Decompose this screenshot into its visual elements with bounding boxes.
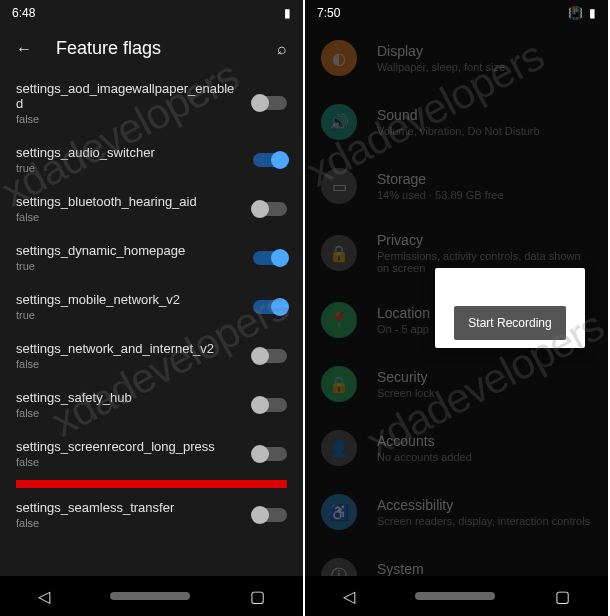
- flag-toggle[interactable]: [253, 153, 287, 167]
- setting-subtitle: Volume, vibration, Do Not Disturb: [377, 125, 592, 137]
- flag-value: false: [16, 211, 241, 223]
- setting-title: Storage: [377, 171, 592, 187]
- flag-row[interactable]: settings_safety_hubfalse: [16, 380, 287, 429]
- flag-title: settings_network_and_internet_v2: [16, 341, 241, 356]
- screen-settings: 7:50 📳▮ ◐DisplayWallpaper, sleep, font s…: [305, 0, 608, 616]
- setting-row[interactable]: 🔊SoundVolume, vibration, Do Not Disturb: [321, 90, 592, 154]
- status-time: 6:48: [12, 6, 35, 20]
- security-icon: 🔒: [321, 366, 357, 402]
- flag-row[interactable]: settings_bluetooth_hearing_aidfalse: [16, 184, 287, 233]
- setting-title: System: [377, 561, 592, 577]
- flag-title: settings_screenrecord_long_press: [16, 439, 241, 454]
- search-icon[interactable]: ⌕: [277, 40, 287, 58]
- setting-title: Display: [377, 43, 592, 59]
- flag-row[interactable]: settings_aod_imagewallpaper_enabledfalse: [16, 71, 287, 135]
- flag-toggle[interactable]: [253, 202, 287, 216]
- setting-title: Accounts: [377, 433, 592, 449]
- setting-row[interactable]: ♿AccessibilityScreen readers, display, i…: [321, 480, 592, 544]
- setting-subtitle: Screen lock: [377, 387, 592, 399]
- flag-title: settings_dynamic_homepage: [16, 243, 241, 258]
- flag-title: settings_mobile_network_v2: [16, 292, 241, 307]
- screen-record-popup: Start Recording: [435, 268, 585, 348]
- nav-recent-icon[interactable]: ▢: [555, 587, 570, 606]
- page-title: Feature flags: [56, 38, 253, 59]
- flag-toggle[interactable]: [253, 300, 287, 314]
- flag-row[interactable]: settings_screenrecord_long_pressfalse: [16, 429, 287, 478]
- flag-value: false: [16, 456, 241, 468]
- accessibility-icon: ♿: [321, 494, 357, 530]
- status-bar: 7:50 📳▮: [305, 0, 608, 26]
- flag-title: settings_bluetooth_hearing_aid: [16, 194, 241, 209]
- flag-toggle[interactable]: [253, 447, 287, 461]
- flag-row[interactable]: settings_seamless_transferfalse: [16, 490, 287, 539]
- back-icon[interactable]: ←: [16, 40, 32, 58]
- setting-subtitle: No accounts added: [377, 451, 592, 463]
- flag-toggle[interactable]: [253, 398, 287, 412]
- battery-icon: ▮: [284, 6, 291, 20]
- flag-value: true: [16, 260, 241, 272]
- nav-recent-icon[interactable]: ▢: [250, 587, 265, 606]
- nav-back-icon[interactable]: ◁: [38, 587, 50, 606]
- battery-icon: ▮: [589, 6, 596, 20]
- flag-row[interactable]: settings_dynamic_homepagetrue: [16, 233, 287, 282]
- flag-title: settings_audio_switcher: [16, 145, 241, 160]
- setting-row[interactable]: ◐DisplayWallpaper, sleep, font size: [321, 26, 592, 90]
- flag-toggle[interactable]: [253, 349, 287, 363]
- nav-bar: ◁ ▢: [0, 576, 303, 616]
- flag-toggle[interactable]: [253, 251, 287, 265]
- flag-value: false: [16, 517, 241, 529]
- flag-value: true: [16, 162, 241, 174]
- vibrate-icon: 📳: [568, 6, 583, 20]
- flag-value: false: [16, 113, 241, 125]
- setting-row[interactable]: 👤AccountsNo accounts added: [321, 416, 592, 480]
- header: ← Feature flags ⌕: [0, 26, 303, 71]
- flag-title: settings_seamless_transfer: [16, 500, 241, 515]
- setting-title: Security: [377, 369, 592, 385]
- flag-list: settings_aod_imagewallpaper_enabledfalse…: [0, 71, 303, 539]
- nav-back-icon[interactable]: ◁: [343, 587, 355, 606]
- sound-icon: 🔊: [321, 104, 357, 140]
- setting-title: Privacy: [377, 232, 592, 248]
- screen-feature-flags: 6:48 ▮ ← Feature flags ⌕ settings_aod_im…: [0, 0, 303, 616]
- flag-value: false: [16, 358, 241, 370]
- nav-bar: ◁ ▢: [305, 576, 608, 616]
- flag-toggle[interactable]: [253, 508, 287, 522]
- flag-row[interactable]: settings_network_and_internet_v2false: [16, 331, 287, 380]
- status-bar: 6:48 ▮: [0, 0, 303, 26]
- setting-row[interactable]: ▭Storage14% used · 53.89 GB free: [321, 154, 592, 218]
- setting-subtitle: Screen readers, display, interaction con…: [377, 515, 592, 527]
- flag-toggle[interactable]: [253, 96, 287, 110]
- flag-value: false: [16, 407, 241, 419]
- highlight-mark: [16, 480, 287, 488]
- status-time: 7:50: [317, 6, 340, 20]
- flag-title: settings_aod_imagewallpaper_enabled: [16, 81, 241, 111]
- setting-title: Accessibility: [377, 497, 592, 513]
- storage-icon: ▭: [321, 168, 357, 204]
- accounts-icon: 👤: [321, 430, 357, 466]
- flag-row[interactable]: settings_audio_switchertrue: [16, 135, 287, 184]
- privacy-icon: 🔒: [321, 235, 357, 271]
- setting-subtitle: 14% used · 53.89 GB free: [377, 189, 592, 201]
- nav-home-pill[interactable]: [110, 592, 190, 600]
- flag-value: true: [16, 309, 241, 321]
- flag-row[interactable]: settings_mobile_network_v2true: [16, 282, 287, 331]
- start-recording-button[interactable]: Start Recording: [454, 306, 565, 340]
- location-icon: 📍: [321, 302, 357, 338]
- nav-home-pill[interactable]: [415, 592, 495, 600]
- setting-title: Sound: [377, 107, 592, 123]
- flag-title: settings_safety_hub: [16, 390, 241, 405]
- setting-subtitle: Wallpaper, sleep, font size: [377, 61, 592, 73]
- setting-row[interactable]: 🔒SecurityScreen lock: [321, 352, 592, 416]
- display-icon: ◐: [321, 40, 357, 76]
